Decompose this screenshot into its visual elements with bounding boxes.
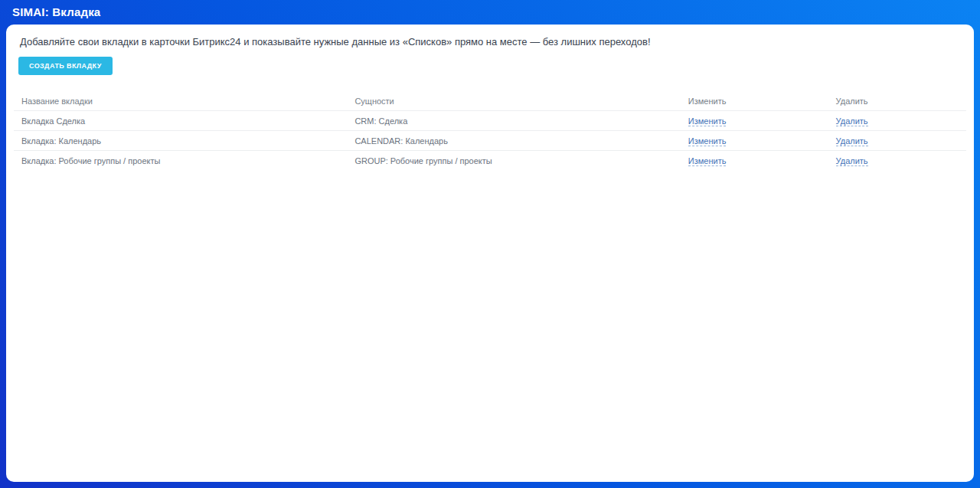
- table-row: Вкладка: Робочие группы / проекты GROUP:…: [14, 151, 966, 171]
- entity-cell: CALENDAR: Календарь: [347, 131, 680, 151]
- edit-link[interactable]: Изменить: [688, 116, 727, 126]
- create-tab-button[interactable]: СОЗДАТЬ ВКЛАДКУ: [18, 57, 113, 75]
- edit-link[interactable]: Изменить: [688, 136, 727, 146]
- entity-cell: GROUP: Робочие группы / проекты: [347, 151, 680, 171]
- column-header-entity: Сущности: [347, 91, 680, 111]
- column-header-name: Название вкладки: [14, 91, 347, 111]
- tabs-table: Название вкладки Сущности Изменить Удали…: [14, 91, 966, 170]
- delete-link[interactable]: Удалить: [836, 136, 868, 146]
- table-row: Вкладка Сделка CRM: Сделка Изменить Удал…: [14, 111, 966, 131]
- edit-link[interactable]: Изменить: [688, 156, 727, 166]
- content-panel: Добавляйте свои вкладки в карточки Битри…: [6, 25, 974, 482]
- table-header: Название вкладки Сущности Изменить Удали…: [14, 91, 966, 111]
- table-row: Вкладка: Календарь CALENDAR: Календарь И…: [14, 131, 966, 151]
- column-header-delete: Удалить: [828, 91, 966, 111]
- page-title: SIMAI: Вкладка: [12, 5, 100, 18]
- app-header: SIMAI: Вкладка: [0, 0, 980, 25]
- tab-name-cell: Вкладка: Календарь: [14, 131, 347, 151]
- tab-name-cell: Вкладка: Робочие группы / проекты: [14, 151, 347, 171]
- column-header-edit: Изменить: [681, 91, 828, 111]
- delete-link[interactable]: Удалить: [836, 156, 868, 166]
- entity-cell: CRM: Сделка: [347, 111, 680, 131]
- description-text: Добавляйте свои вкладки в карточки Битри…: [20, 35, 960, 48]
- delete-link[interactable]: Удалить: [836, 116, 868, 126]
- tab-name-cell: Вкладка Сделка: [14, 111, 347, 131]
